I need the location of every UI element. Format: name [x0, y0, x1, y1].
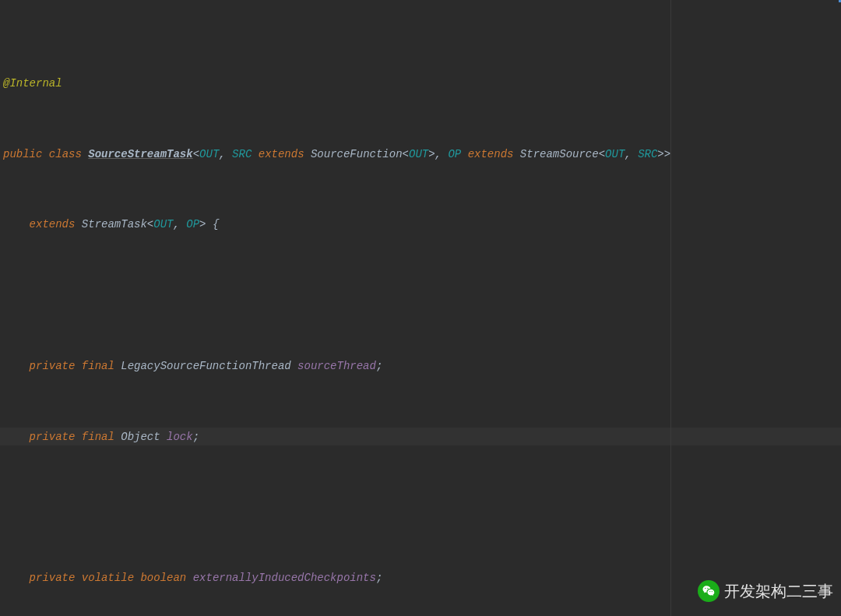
wechat-watermark: 开发架构二三事	[698, 580, 833, 602]
field-externallyInducedCheckpoints: externallyInducedCheckpoints	[193, 572, 376, 584]
annotation-internal: @Internal	[3, 77, 62, 90]
field-lock: lock	[167, 431, 193, 443]
field-sourceThread: sourceThread	[297, 360, 376, 372]
right-margin-guide	[670, 0, 671, 616]
wechat-icon	[698, 580, 720, 602]
class-name[interactable]: SourceStreamTask	[88, 148, 192, 160]
watermark-text: 开发架构二三事	[724, 583, 833, 600]
code-editor[interactable]: @Internal public class SourceStreamTask<…	[0, 0, 841, 616]
